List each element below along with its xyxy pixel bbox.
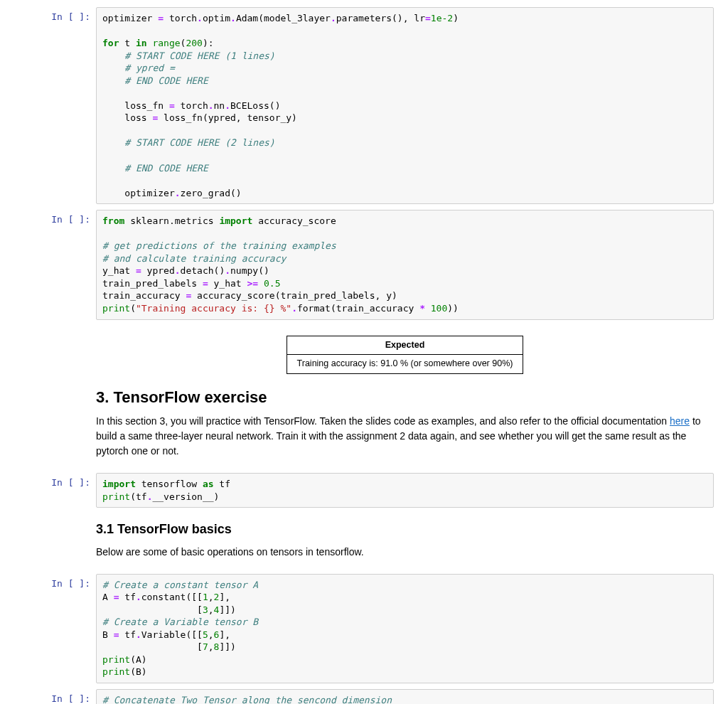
- input-prompt: In [ ]:: [14, 473, 96, 489]
- input-prompt: In [ ]:: [14, 574, 96, 590]
- tf-basics-para: Below are some of basic operations on te…: [96, 545, 714, 560]
- expected-table: Expected Training accuracy is: 91.0 % (o…: [287, 336, 524, 374]
- code-input[interactable]: # Concatenate Two Tensor along the senco…: [96, 689, 714, 704]
- notebook: In [ ]: optimizer = torch.optim.Adam(mod…: [0, 0, 728, 704]
- code-cell: In [ ]: import tensorflow as tf print(tf…: [14, 473, 714, 508]
- tensorflow-intro: In this section 3, you will practice wit…: [96, 414, 714, 459]
- markdown-content: 3.1 TensorFlow basics Below are some of …: [96, 513, 714, 563]
- empty-prompt: [14, 326, 96, 464]
- markdown-cell: Expected Training accuracy is: 91.0 % (o…: [14, 326, 714, 464]
- expected-body: Training accuracy is: 91.0 % (or somewhe…: [287, 355, 523, 374]
- code-input[interactable]: from sklearn.metrics import accuracy_sco…: [96, 210, 714, 319]
- code-cell: In [ ]: optimizer = torch.optim.Adam(mod…: [14, 7, 714, 204]
- markdown-content: Expected Training accuracy is: 91.0 % (o…: [96, 326, 714, 464]
- input-prompt: In [ ]:: [14, 210, 96, 226]
- input-prompt: In [ ]:: [14, 689, 96, 704]
- code-cell: In [ ]: # Create a constant tensor A A =…: [14, 574, 714, 683]
- heading-tf-basics: 3.1 TensorFlow basics: [96, 521, 714, 538]
- empty-prompt: [14, 513, 96, 563]
- code-input[interactable]: import tensorflow as tf print(tf.__versi…: [96, 473, 714, 508]
- code-input[interactable]: optimizer = torch.optim.Adam(model_3laye…: [96, 7, 714, 204]
- expected-header: Expected: [287, 336, 523, 355]
- docs-link[interactable]: here: [670, 415, 690, 427]
- code-input[interactable]: # Create a constant tensor A A = tf.cons…: [96, 574, 714, 683]
- input-prompt: In [ ]:: [14, 7, 96, 23]
- code-cell: In [ ]: # Concatenate Two Tensor along t…: [14, 689, 714, 704]
- markdown-cell: 3.1 TensorFlow basics Below are some of …: [14, 513, 714, 563]
- heading-tensorflow: 3. TensorFlow exercise: [96, 387, 714, 409]
- code-cell: In [ ]: from sklearn.metrics import accu…: [14, 210, 714, 319]
